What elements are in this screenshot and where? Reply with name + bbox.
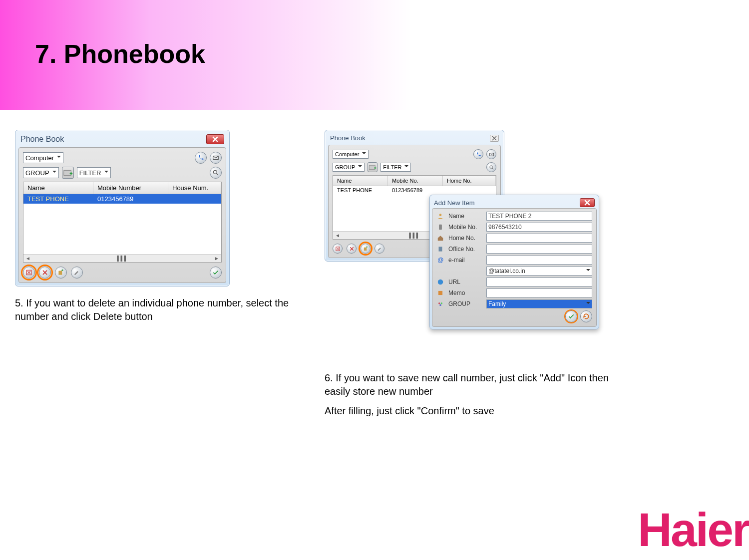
filter-dropdown[interactable]: FILTER bbox=[77, 167, 111, 178]
caption-step6b: After filling, just click "Confirm" to s… bbox=[325, 404, 494, 418]
column-right: Phone Book Computer GROUP bbox=[325, 130, 644, 418]
table-row[interactable] bbox=[23, 213, 221, 222]
name-input[interactable]: TEST PHONE 2 bbox=[486, 212, 592, 221]
memo-icon bbox=[436, 289, 444, 297]
top-row: Computer bbox=[23, 152, 222, 164]
add-row-email-domain: @tatatel.co.in bbox=[436, 267, 592, 276]
add-row-memo: Memo bbox=[436, 288, 592, 297]
cell-name: TEST PHONE bbox=[333, 186, 388, 195]
close-button[interactable] bbox=[490, 135, 499, 142]
add-row-mobile: Mobile No.9876543210 bbox=[436, 223, 592, 232]
confirm-button[interactable] bbox=[565, 310, 577, 322]
at-icon: @ bbox=[436, 256, 444, 264]
globe-icon bbox=[436, 278, 444, 286]
office-input[interactable] bbox=[486, 245, 592, 254]
group-icon bbox=[436, 300, 444, 308]
delete-all-button[interactable] bbox=[23, 267, 35, 279]
filter-dropdown[interactable]: FILTER bbox=[380, 163, 411, 172]
phone-button[interactable] bbox=[195, 152, 207, 164]
memo-input[interactable] bbox=[486, 288, 592, 297]
svg-point-15 bbox=[439, 304, 441, 306]
phonebook-window-left: Phone Book Computer GROUP bbox=[15, 130, 230, 286]
check-icon bbox=[568, 313, 575, 320]
delete-button[interactable] bbox=[347, 244, 357, 254]
add-row-email: @e-mail bbox=[436, 256, 592, 265]
dialog-header: Add New Item bbox=[432, 197, 597, 208]
table-row[interactable] bbox=[23, 240, 221, 249]
location-dropdown[interactable]: Computer bbox=[23, 152, 63, 163]
label: e-mail bbox=[448, 257, 482, 264]
edit-button[interactable] bbox=[374, 244, 384, 254]
delete-all-button[interactable] bbox=[333, 244, 343, 254]
add-button[interactable] bbox=[55, 267, 67, 279]
table-body: TEST PHONE 0123456789 bbox=[23, 194, 221, 254]
undo-icon bbox=[583, 313, 590, 320]
group-select[interactable]: Family bbox=[486, 299, 592, 308]
edit-button[interactable] bbox=[71, 267, 83, 279]
haier-logo: Haier bbox=[638, 503, 749, 557]
add-folder-icon bbox=[368, 163, 377, 172]
svg-rect-5 bbox=[370, 165, 375, 169]
search-button[interactable] bbox=[486, 162, 496, 172]
phone-button[interactable] bbox=[473, 149, 483, 159]
col-mobile[interactable]: Mobile Number bbox=[93, 182, 168, 194]
close-button[interactable] bbox=[580, 198, 595, 207]
col-name[interactable]: Name bbox=[23, 182, 93, 194]
dialog-footer bbox=[436, 310, 592, 322]
mail-icon bbox=[212, 154, 219, 161]
window-header: Phone Book bbox=[18, 133, 226, 147]
search-button[interactable] bbox=[210, 167, 222, 179]
confirm-button[interactable] bbox=[210, 267, 222, 279]
page-title: 7. Phonebook bbox=[35, 39, 205, 69]
add-group-button[interactable] bbox=[368, 162, 377, 172]
filter-row: GROUP FILTER bbox=[333, 162, 496, 172]
window-title: Phone Book bbox=[20, 135, 64, 144]
add-row-name: NameTEST PHONE 2 bbox=[436, 212, 592, 221]
location-dropdown[interactable]: Computer bbox=[333, 150, 369, 159]
col-name[interactable]: Name bbox=[333, 176, 388, 186]
home-input[interactable] bbox=[486, 234, 592, 243]
horizontal-scrollbar[interactable]: ◄▌▌▌► bbox=[23, 254, 221, 262]
cell-home bbox=[443, 186, 496, 195]
panel: Computer GROUP FILTER bbox=[18, 147, 226, 283]
delete-button[interactable] bbox=[39, 267, 51, 279]
email-domain-select[interactable]: @tatatel.co.in bbox=[486, 267, 592, 276]
mail-button[interactable] bbox=[486, 149, 496, 159]
search-icon bbox=[489, 165, 494, 170]
table-row[interactable]: TEST PHONE 0123456789 bbox=[333, 186, 496, 195]
add-group-button[interactable] bbox=[62, 167, 74, 179]
toolbar bbox=[23, 267, 222, 279]
url-input[interactable] bbox=[486, 278, 592, 286]
table-row[interactable] bbox=[23, 204, 221, 213]
filter-row: GROUP FILTER bbox=[23, 167, 222, 179]
mail-button[interactable] bbox=[210, 152, 222, 164]
col-house[interactable]: House Num. bbox=[168, 182, 221, 194]
col-home[interactable]: Home No. bbox=[443, 176, 496, 186]
svg-rect-1 bbox=[63, 170, 71, 175]
edit-icon bbox=[377, 246, 382, 252]
group-dropdown[interactable]: GROUP bbox=[23, 167, 59, 178]
add-icon bbox=[57, 269, 64, 276]
add-button[interactable] bbox=[361, 244, 371, 254]
svg-point-11 bbox=[438, 280, 443, 285]
group-dropdown[interactable]: GROUP bbox=[333, 163, 365, 172]
window-header: Phone Book bbox=[328, 133, 501, 145]
table-row[interactable] bbox=[23, 231, 221, 240]
label: Memo bbox=[448, 289, 482, 296]
top-row: Computer bbox=[333, 149, 496, 159]
close-button[interactable] bbox=[206, 134, 224, 144]
col-mobile[interactable]: Mobile No. bbox=[388, 176, 443, 186]
svg-rect-9 bbox=[439, 225, 442, 230]
svg-point-13 bbox=[438, 302, 440, 304]
content-area: Phone Book Computer GROUP bbox=[0, 130, 749, 418]
add-row-group: GROUPFamily bbox=[436, 299, 592, 308]
cancel-button[interactable] bbox=[580, 310, 592, 322]
email-input[interactable] bbox=[486, 256, 592, 265]
table-row[interactable] bbox=[23, 222, 221, 231]
phone-icon bbox=[476, 152, 481, 157]
cell-mobile: 0123456789 bbox=[388, 186, 443, 195]
delete-icon bbox=[41, 269, 48, 276]
mobile-input[interactable]: 9876543210 bbox=[486, 223, 592, 232]
table-row[interactable]: TEST PHONE 0123456789 bbox=[23, 194, 221, 204]
svg-point-2 bbox=[213, 170, 217, 174]
